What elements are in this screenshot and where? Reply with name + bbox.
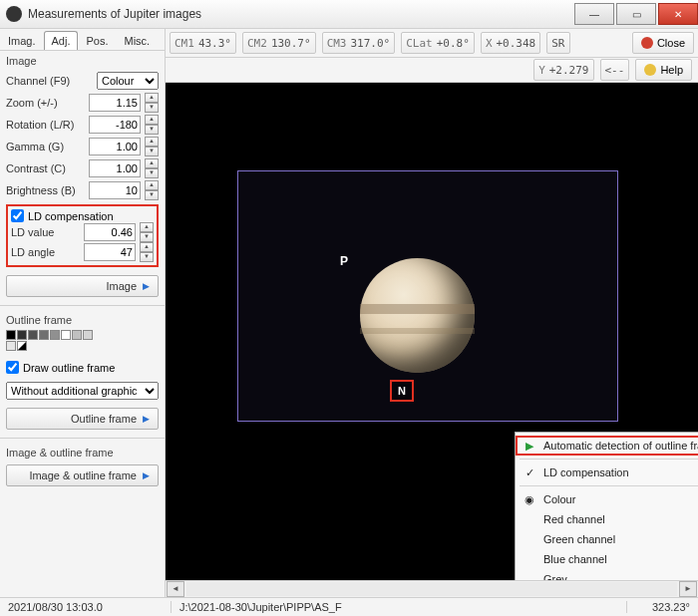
menu-auto-detect[interactable]: ▶ Automatic detection of outline frameF1… [516, 436, 698, 456]
zoom-spinner[interactable]: ▲▼ [145, 93, 159, 113]
outline-frame-button[interactable]: Outline frame▶ [6, 408, 159, 430]
window-title: Measurements of Jupiter images [28, 7, 572, 21]
close-button[interactable]: Close [632, 32, 694, 54]
top-toolbar: CM143.3° CM2130.7° CM3317.0° CLat+0.8° X… [166, 29, 698, 58]
ld-value-spinner[interactable]: ▲▼ [140, 222, 154, 242]
chevron-right-icon: ▶ [143, 470, 150, 480]
help-icon [644, 64, 656, 76]
help-button[interactable]: Help [635, 59, 692, 81]
brightness-input[interactable] [89, 181, 141, 199]
menu-grey[interactable]: Grey [516, 569, 698, 580]
zoom-input[interactable] [89, 94, 141, 112]
gamma-input[interactable] [89, 138, 141, 155]
image-button[interactable]: Image▶ [6, 275, 159, 297]
swatch-palette [6, 330, 94, 351]
scroll-left-icon[interactable]: ◄ [167, 581, 184, 597]
channel-label: Channel (F9) [6, 75, 93, 87]
swatch[interactable] [72, 330, 82, 340]
app-icon [6, 6, 22, 22]
swatch[interactable] [6, 330, 16, 340]
section-image: Image [6, 53, 159, 69]
swatch[interactable] [6, 341, 16, 351]
channel-select[interactable]: Colour [97, 72, 159, 90]
sidebar: Imag. Adj. Pos. Misc. Opt. Image Channel… [0, 29, 166, 597]
swatch[interactable] [61, 330, 71, 340]
ld-angle-spinner[interactable]: ▲▼ [140, 242, 154, 262]
menu-green[interactable]: Green channel [516, 529, 698, 549]
brightness-spinner[interactable]: ▲▼ [145, 180, 159, 200]
back-button[interactable]: <-- [600, 59, 630, 81]
status-bar: 2021/08/30 13:03.0 J:\2021-08-30\Jupiter… [0, 597, 698, 616]
context-menu: ▶ Automatic detection of outline frameF1… [515, 432, 698, 580]
sub-toolbar: Y+2.279 <-- Help [166, 58, 698, 83]
menu-ld-comp[interactable]: ✓ LD compensationCtrl+F11 [516, 462, 698, 482]
status-longitude: 323.23° [627, 601, 698, 613]
ld-angle-label: LD angle [11, 246, 80, 258]
contrast-spinner[interactable]: ▲▼ [145, 158, 159, 178]
gamma-spinner[interactable]: ▲▼ [145, 137, 159, 156]
close-icon [641, 37, 653, 49]
image-viewport[interactable]: P N ▶ Automatic detection of outline fra… [166, 83, 698, 580]
chevron-right-icon: ▶ [143, 414, 150, 424]
draw-outline-checkbox[interactable] [6, 361, 19, 374]
tab-opt[interactable]: Opt. [158, 31, 166, 50]
chevron-right-icon: ▶ [143, 281, 150, 291]
status-date: 2021/08/30 13:03.0 [0, 601, 172, 613]
swatch[interactable] [39, 330, 49, 340]
tab-adj[interactable]: Adj. [44, 31, 79, 50]
menu-red[interactable]: Red channel [516, 509, 698, 529]
zoom-label: Zoom (+/-) [6, 97, 85, 109]
ld-value-input[interactable] [84, 223, 136, 241]
contrast-input[interactable] [89, 159, 141, 177]
pole-p-label: P [340, 254, 348, 268]
x-readout: X+0.348 [481, 32, 540, 54]
clat-readout: CLat+0.8° [401, 32, 475, 54]
section-outline: Outline frame [6, 312, 159, 328]
menu-blue[interactable]: Blue channel [516, 549, 698, 569]
brightness-label: Brightness (B) [6, 184, 85, 196]
swatch[interactable] [83, 330, 93, 340]
play-icon: ▶ [522, 438, 537, 454]
scroll-right-icon[interactable]: ► [679, 581, 697, 597]
cm3-readout: CM3317.0° [322, 32, 396, 54]
ld-value-label: LD value [11, 226, 80, 238]
status-path: J:\2021-08-30\Jupiter\PIPP\AS_F [172, 601, 627, 613]
sr-button[interactable]: SR [546, 32, 569, 54]
swatch[interactable] [17, 341, 27, 351]
radio-selected-icon: ◉ [522, 491, 537, 507]
swatch[interactable] [28, 330, 38, 340]
check-icon: ✓ [522, 464, 537, 480]
tab-pos[interactable]: Pos. [78, 31, 116, 50]
ld-angle-input[interactable] [84, 243, 136, 261]
draw-outline-label: Draw outline frame [23, 362, 115, 374]
rotation-spinner[interactable]: ▲▼ [145, 115, 159, 135]
tab-image[interactable]: Imag. [0, 31, 44, 50]
rotation-input[interactable] [89, 116, 141, 134]
tab-misc[interactable]: Misc. [117, 31, 159, 50]
y-readout: Y+2.279 [533, 59, 593, 81]
ld-comp-label: LD compensation [28, 210, 114, 222]
cm1-readout: CM143.3° [170, 32, 236, 54]
swatch[interactable] [17, 330, 27, 340]
sidebar-tabs: Imag. Adj. Pos. Misc. Opt. [0, 29, 165, 51]
rotation-label: Rotation (L/R) [6, 119, 85, 131]
swatch[interactable] [50, 330, 60, 340]
gamma-label: Gamma (G) [6, 141, 85, 153]
close-window-button[interactable]: ✕ [658, 3, 698, 25]
menu-colour[interactable]: ◉ Colour [516, 489, 698, 509]
cm2-readout: CM2130.7° [242, 32, 316, 54]
jupiter-image [360, 258, 475, 373]
contrast-label: Contrast (C) [6, 162, 85, 174]
minimize-button[interactable]: — [574, 3, 614, 25]
horizontal-scrollbar[interactable]: ◄ ► [166, 580, 698, 597]
graphic-select[interactable]: Without additional graphic [6, 382, 159, 400]
image-outline-button[interactable]: Image & outline frame▶ [6, 464, 159, 486]
titlebar: Measurements of Jupiter images — ▭ ✕ [0, 0, 698, 29]
ld-comp-checkbox[interactable] [11, 209, 24, 222]
ld-highlight-box: LD compensation LD value ▲▼ LD angle ▲▼ [6, 204, 159, 267]
section-both: Image & outline frame [6, 445, 159, 461]
scroll-track[interactable] [186, 582, 677, 596]
pole-n-label: N [390, 380, 414, 402]
maximize-button[interactable]: ▭ [616, 3, 656, 25]
